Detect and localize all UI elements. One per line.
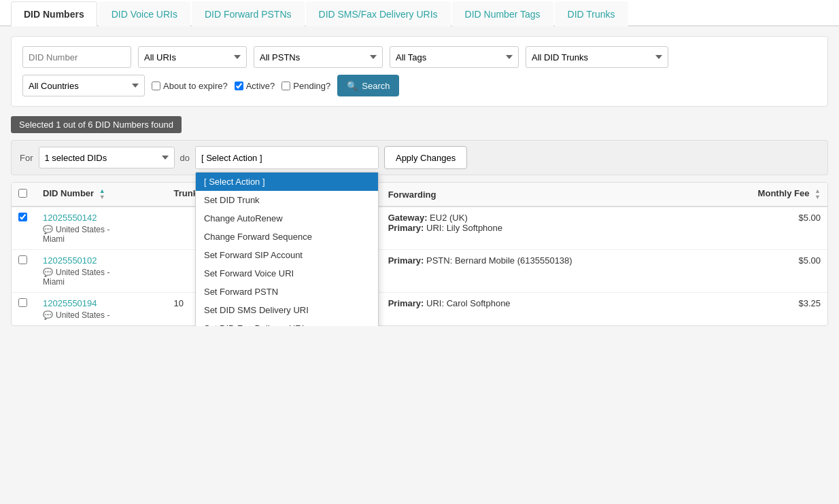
tab-did-sms-fax[interactable]: DID SMS/Fax Delivery URIs	[306, 1, 451, 26]
primary-label: Primary:	[388, 223, 424, 233]
all-uris-select[interactable]: All URIs	[138, 46, 247, 68]
dropdown-item[interactable]: Set DID SMS Delivery URI	[196, 301, 378, 319]
pending-checkbox[interactable]	[281, 82, 290, 90]
monthly-fee-cell: $5.00	[703, 250, 827, 293]
did-city: Miami	[43, 234, 160, 244]
about-to-expire-label: About to expire?	[163, 81, 228, 91]
primary-value: URI: Lily Softphone	[426, 223, 502, 233]
monthly-fee-cell: $5.00	[703, 206, 827, 250]
filter-panel: All URIs All PSTNs All Tags All DID Trun…	[11, 36, 828, 107]
tab-did-voice-uris[interactable]: DID Voice URIs	[99, 1, 190, 26]
selected-dids-select[interactable]: 1 selected DIDs	[39, 147, 175, 168]
gateway-label: Gateway:	[388, 213, 428, 223]
action-select[interactable]: [ Select Action ] Set DID Trunk Change A…	[195, 146, 379, 169]
table-row: 12025550194 💬 United States - 10✔enabled…	[12, 293, 827, 326]
row-checkbox[interactable]	[18, 298, 27, 307]
row-checkbox[interactable]	[18, 213, 27, 221]
all-did-trunks-select[interactable]: All DID Trunks	[526, 46, 668, 68]
search-icon: 🔍	[347, 81, 358, 91]
did-city: Miami	[43, 277, 160, 287]
forwarding-cell: Gateway: EU2 (UK)Primary: URI: Lily Soft…	[381, 206, 703, 250]
row-checkbox[interactable]	[18, 255, 27, 264]
all-pstns-select[interactable]: All PSTNs	[254, 46, 383, 68]
table-row: 12025550142 💬 United States - Miami Gate…	[12, 206, 827, 250]
forwarding-cell: Primary: PSTN: Bernard Mobile (613555013…	[381, 250, 703, 293]
active-checkbox[interactable]	[235, 82, 243, 90]
did-number-cell: 12025550102 💬 United States - Miami	[36, 250, 167, 293]
primary-label: Primary:	[388, 298, 424, 308]
action-select-wrapper: [ Select Action ] Set DID Trunk Change A…	[195, 146, 379, 169]
primary-value: PSTN: Bernard Mobile (6135550138)	[426, 255, 572, 266]
monthly-fee-sort[interactable]	[815, 188, 821, 200]
did-country: United States -	[56, 225, 109, 234]
primary-value: URI: Carol Softphone	[426, 298, 511, 308]
dropdown-item[interactable]: Set Forward Voice URI	[196, 264, 378, 283]
all-countries-select[interactable]: All Countries	[22, 75, 145, 96]
col-did-number: DID Number	[36, 183, 167, 206]
apply-changes-button[interactable]: Apply Changes	[384, 146, 467, 169]
all-tags-select[interactable]: All Tags	[390, 46, 519, 68]
col-monthly-fee: Monthly Fee	[703, 183, 827, 206]
search-button[interactable]: 🔍 Search	[337, 75, 399, 96]
table-row: 12025550102 💬 United States - Miami Prim…	[12, 250, 827, 293]
search-button-label: Search	[362, 81, 390, 91]
forwarding-cell: Primary: URI: Carol Softphone	[381, 293, 703, 326]
tab-did-number-tags[interactable]: DID Number Tags	[452, 1, 553, 26]
do-label: do	[180, 153, 190, 163]
col-forwarding: Forwarding	[381, 183, 703, 206]
did-number-cell: 12025550142 💬 United States - Miami	[36, 206, 167, 250]
chat-icon: 💬	[43, 310, 53, 320]
action-bar: For 1 selected DIDs do [ Select Action ]…	[11, 140, 828, 175]
gateway-value: EU2 (UK)	[430, 213, 468, 223]
active-checkbox-label[interactable]: Active?	[235, 81, 275, 91]
dropdown-item[interactable]: Set DID Trunk	[196, 191, 378, 209]
did-country: United States -	[56, 310, 109, 320]
select-all-checkbox[interactable]	[18, 189, 27, 198]
data-table: DID Number Trunk Forwarding	[11, 182, 828, 326]
dropdown-item[interactable]: Set Forward SIP Account	[196, 246, 378, 264]
dropdown-item[interactable]: Set Forward PSTN	[196, 283, 378, 301]
about-to-expire-checkbox-label[interactable]: About to expire?	[152, 81, 228, 91]
pending-label: Pending?	[293, 81, 330, 91]
primary-label: Primary:	[388, 255, 424, 266]
dropdown-item[interactable]: Change Forward Sequence	[196, 228, 378, 246]
dropdown-item[interactable]: [ Select Action ]	[196, 173, 378, 191]
tab-did-numbers[interactable]: DID Numbers	[11, 1, 97, 26]
about-to-expire-checkbox[interactable]	[152, 82, 160, 90]
dropdown-item[interactable]: Set DID Fax Delivery URI	[196, 319, 378, 326]
dropdown-item[interactable]: Change AutoRenew	[196, 209, 378, 228]
did-number-value[interactable]: 12025550102	[43, 255, 160, 266]
active-label: Active?	[246, 81, 275, 91]
monthly-fee-cell: $3.25	[703, 293, 827, 326]
pending-checkbox-label[interactable]: Pending?	[281, 81, 330, 91]
tab-did-forward-pstns[interactable]: DID Forward PSTNs	[192, 1, 305, 26]
action-dropdown-menu: [ Select Action ]Set DID TrunkChange Aut…	[195, 172, 379, 326]
did-number-cell: 12025550194 💬 United States -	[36, 293, 167, 326]
did-number-sort[interactable]	[99, 188, 105, 200]
for-label: For	[20, 153, 33, 163]
chat-icon: 💬	[43, 268, 53, 277]
did-number-value[interactable]: 12025550142	[43, 213, 160, 223]
did-number-value[interactable]: 12025550194	[43, 298, 160, 308]
selection-info: Selected 1 out of 6 DID Numbers found	[11, 116, 182, 133]
did-country: United States -	[56, 268, 109, 277]
chat-icon: 💬	[43, 225, 53, 234]
tabs-bar: DID Numbers DID Voice URIs DID Forward P…	[0, 0, 839, 26]
did-number-input[interactable]	[22, 46, 131, 68]
tab-did-trunks[interactable]: DID Trunks	[555, 1, 628, 26]
